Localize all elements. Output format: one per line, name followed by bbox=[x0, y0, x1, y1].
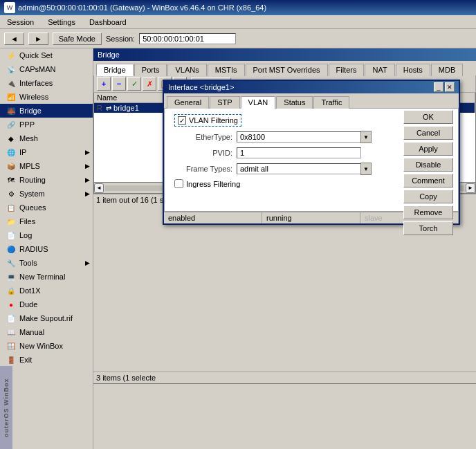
comment-button[interactable]: Comment bbox=[403, 174, 453, 187]
sidebar-item-radius[interactable]: 🔵 RADIUS bbox=[0, 242, 93, 256]
enable-button[interactable]: ✓ bbox=[127, 77, 141, 91]
sidebar-item-dude[interactable]: ● Dude bbox=[0, 297, 93, 311]
winbox-label: outerOS WinBox bbox=[0, 366, 12, 449]
apply-button[interactable]: Apply bbox=[403, 142, 453, 156]
system-arrow: ▶ bbox=[85, 190, 90, 197]
dialog-tab-traffic[interactable]: Traffic bbox=[313, 96, 349, 109]
sidebar-label-dot1x: Dot1X bbox=[19, 286, 41, 295]
mpls-icon: 📦 bbox=[6, 161, 17, 172]
remove-button[interactable]: − bbox=[112, 77, 126, 91]
vlan-filtering-label[interactable]: ✓ VLAN Filtering bbox=[174, 114, 241, 127]
dialog-tab-stp[interactable]: STP bbox=[210, 96, 239, 109]
forward-button[interactable]: ► bbox=[28, 33, 48, 45]
tab-vlans[interactable]: VLANs bbox=[167, 64, 206, 76]
newterminal-icon: 💻 bbox=[6, 271, 17, 282]
tab-ports[interactable]: Ports bbox=[134, 64, 167, 76]
sidebar-label-radius: RADIUS bbox=[19, 245, 48, 253]
tab-bridge[interactable]: Bridge bbox=[96, 64, 134, 76]
safe-mode-button[interactable]: Safe Mode bbox=[53, 33, 102, 45]
tab-port-mst-overrides[interactable]: Port MST Overrides bbox=[246, 64, 328, 76]
tab-hosts[interactable]: Hosts bbox=[396, 64, 430, 76]
tab-filters[interactable]: Filters bbox=[329, 64, 365, 76]
sidebar-label-quickset: Quick Set bbox=[19, 51, 53, 59]
ok-button[interactable]: OK bbox=[403, 110, 453, 124]
sidebar-item-bridge[interactable]: 🌉 Bridge bbox=[0, 104, 93, 118]
sidebar-item-mpls[interactable]: 📦 MPLS ▶ bbox=[0, 159, 93, 173]
sidebar-item-manual[interactable]: 📖 Manual bbox=[0, 325, 93, 339]
tab-mstis[interactable]: MSTIs bbox=[208, 64, 245, 76]
minimize-button[interactable]: _ bbox=[434, 82, 443, 92]
dialog-tab-status[interactable]: Status bbox=[276, 96, 313, 109]
vlan-filtering-checkbox[interactable]: ✓ bbox=[178, 116, 186, 125]
routing-icon: 🗺 bbox=[6, 174, 17, 185]
disable-button[interactable]: ✗ bbox=[143, 77, 156, 91]
session-input[interactable] bbox=[139, 33, 236, 44]
bridge-title: Bridge bbox=[98, 51, 120, 59]
sidebar-item-ppp[interactable]: 🔗 PPP bbox=[0, 118, 93, 131]
bridge-tabs: Bridge Ports VLANs MSTIs Port MST Overri… bbox=[93, 61, 476, 75]
close-button[interactable]: ✕ bbox=[445, 82, 455, 92]
ip-arrow: ▶ bbox=[85, 149, 90, 156]
session-label: Session: bbox=[106, 35, 135, 43]
sidebar-item-capsman[interactable]: 📡 CAPsMAN bbox=[0, 62, 93, 76]
sidebar-item-routing[interactable]: 🗺 Routing ▶ bbox=[0, 173, 93, 187]
sidebar-item-exit[interactable]: 🚪 Exit bbox=[0, 353, 93, 367]
torch-button[interactable]: Torch bbox=[403, 221, 453, 235]
status-running: running bbox=[262, 212, 360, 223]
ingress-filtering-checkbox[interactable] bbox=[174, 179, 183, 188]
sidebar-item-wireless[interactable]: 📶 Wireless bbox=[0, 90, 93, 104]
mesh-icon: ◆ bbox=[6, 133, 17, 144]
interface-dialog: Interface <bridge1> _ ✕ General STP VLAN… bbox=[163, 80, 460, 225]
frametypes-dropdown[interactable]: ▼ bbox=[360, 163, 372, 175]
sidebar-label-wireless: Wireless bbox=[19, 93, 48, 101]
sidebar-label-exit: Exit bbox=[19, 356, 32, 364]
copy-button[interactable]: Copy bbox=[403, 190, 453, 203]
wireless-icon: 📶 bbox=[6, 91, 17, 102]
tab-mdb[interactable]: MDB bbox=[431, 64, 463, 76]
scroll-right[interactable]: ► bbox=[466, 183, 475, 193]
remove-button[interactable]: Remove bbox=[403, 205, 453, 219]
sidebar-item-newterminal[interactable]: 💻 New Terminal bbox=[0, 270, 93, 284]
menu-session[interactable]: Session bbox=[3, 17, 38, 27]
dialog-title: Interface <bridge1> bbox=[168, 83, 234, 91]
sidebar-item-quickset[interactable]: ⚡ Quick Set bbox=[0, 48, 93, 62]
sidebar: ⚡ Quick Set 📡 CAPsMAN 🔌 Interfaces 📶 Wir… bbox=[0, 48, 93, 449]
disable-button[interactable]: Disable bbox=[403, 158, 453, 172]
ethertype-label: EtherType: bbox=[170, 133, 232, 141]
sidebar-item-mesh[interactable]: ◆ Mesh bbox=[0, 131, 93, 145]
sidebar-item-ip[interactable]: 🌐 IP ▶ bbox=[0, 145, 93, 159]
ethertype-dropdown[interactable]: ▼ bbox=[360, 131, 372, 143]
scroll-left[interactable]: ◄ bbox=[94, 183, 104, 193]
radius-icon: 🔵 bbox=[6, 244, 17, 255]
main-layout: ⚡ Quick Set 📡 CAPsMAN 🔌 Interfaces 📶 Wir… bbox=[0, 48, 476, 449]
sidebar-item-tools[interactable]: 🔧 Tools ▶ bbox=[0, 256, 93, 270]
sidebar-item-queues[interactable]: 📋 Queues bbox=[0, 201, 93, 214]
ethertype-input[interactable] bbox=[237, 131, 361, 143]
sidebar-label-newwinbox: New WinBox bbox=[19, 342, 63, 350]
exit-icon: 🚪 bbox=[6, 354, 17, 365]
sidebar-item-dot1x[interactable]: 🔒 Dot1X bbox=[0, 284, 93, 297]
add-button[interactable]: + bbox=[97, 77, 111, 91]
dialog-tab-general[interactable]: General bbox=[167, 96, 209, 109]
sidebar-item-newwinbox[interactable]: 🪟 New WinBox bbox=[0, 339, 93, 353]
menu-settings[interactable]: Settings bbox=[44, 17, 80, 27]
sidebar-item-log[interactable]: 📄 Log bbox=[0, 228, 93, 242]
dot1x-icon: 🔒 bbox=[6, 285, 17, 296]
sidebar-label-log: Log bbox=[19, 231, 32, 239]
capsman-icon: 📡 bbox=[6, 64, 17, 75]
frametypes-input[interactable] bbox=[237, 163, 361, 174]
sidebar-item-interfaces[interactable]: 🔌 Interfaces bbox=[0, 76, 93, 90]
tools-arrow: ▶ bbox=[85, 259, 90, 266]
menu-dashboard[interactable]: Dashboard bbox=[85, 17, 131, 27]
dialog-tab-vlan[interactable]: VLAN bbox=[241, 96, 276, 109]
tab-nat[interactable]: NAT bbox=[365, 64, 394, 76]
sidebar-item-files[interactable]: 📁 Files bbox=[0, 214, 93, 228]
sidebar-item-system[interactable]: ⚙ System ▶ bbox=[0, 187, 93, 201]
dialog-body: General STP VLAN Status Traffic ✓ VLAN F… bbox=[164, 93, 459, 212]
back-button[interactable]: ◄ bbox=[4, 33, 24, 45]
sidebar-item-makesupout[interactable]: 📄 Make Supout.rif bbox=[0, 311, 93, 325]
interfaces-icon: 🔌 bbox=[6, 77, 17, 89]
newwinbox-icon: 🪟 bbox=[6, 340, 17, 351]
pvid-input[interactable] bbox=[237, 147, 361, 158]
cancel-button[interactable]: Cancel bbox=[403, 126, 453, 140]
